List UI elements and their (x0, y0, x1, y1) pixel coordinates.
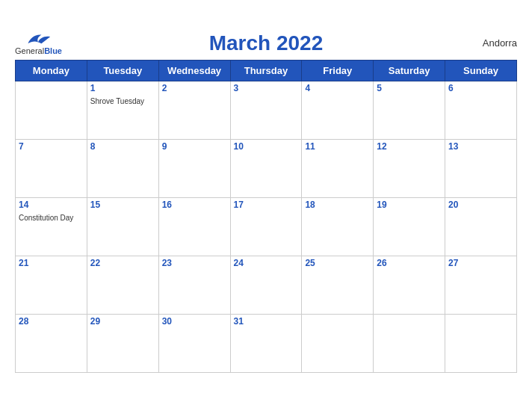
day-cell: 6 (445, 81, 517, 139)
day-cell: 26 (374, 256, 445, 314)
day-number: 15 (90, 200, 155, 210)
day-cell: 9 (158, 139, 230, 197)
day-cell: 20 (445, 197, 517, 256)
day-cell: 27 (445, 256, 517, 314)
day-number: 26 (377, 258, 442, 268)
day-number: 16 (162, 200, 227, 210)
day-cell: 11 (302, 139, 374, 197)
day-number: 13 (448, 141, 513, 152)
day-cell: 5 (374, 81, 445, 139)
day-cell: 14Constitution Day (16, 197, 87, 256)
day-number: 3 (234, 83, 299, 93)
day-cell: 17 (230, 197, 302, 256)
logo: GeneralBlue (15, 31, 62, 55)
day-number: 28 (19, 316, 84, 327)
day-cell: 24 (230, 256, 302, 314)
week-row-1: 1Shrove Tuesday23456 (16, 81, 517, 139)
day-cell (16, 81, 87, 139)
calendar-table: Monday Tuesday Wednesday Thursday Friday… (15, 60, 517, 373)
day-cell: 4 (302, 81, 374, 139)
day-number: 5 (377, 83, 442, 93)
day-number: 12 (377, 141, 442, 152)
day-cell: 29 (87, 314, 158, 372)
col-thursday: Thursday (230, 60, 302, 81)
day-cell: 1Shrove Tuesday (87, 81, 158, 139)
day-cell (445, 314, 517, 372)
day-number: 1 (90, 83, 155, 93)
day-cell: 8 (87, 139, 158, 197)
calendar-header: GeneralBlue March 2022 Andorra (15, 31, 517, 55)
logo-bird-icon (25, 31, 52, 46)
day-event: Constitution Day (19, 214, 73, 222)
day-number: 23 (162, 258, 227, 268)
col-wednesday: Wednesday (158, 60, 230, 81)
day-number: 22 (90, 258, 155, 268)
day-cell: 13 (445, 139, 517, 197)
day-number: 10 (234, 141, 299, 152)
day-cell: 15 (87, 197, 158, 256)
day-number: 20 (448, 200, 513, 210)
col-sunday: Sunday (445, 60, 517, 81)
week-row-2: 78910111213 (16, 139, 517, 197)
day-cell: 18 (302, 197, 374, 256)
day-cell: 7 (16, 139, 87, 197)
day-cell: 12 (374, 139, 445, 197)
day-number: 25 (305, 258, 370, 268)
day-number: 19 (377, 200, 442, 210)
day-number: 29 (90, 316, 155, 327)
day-number: 17 (234, 200, 299, 210)
day-cell: 21 (16, 256, 87, 314)
logo-blue-text: Blue (44, 46, 62, 55)
day-number: 14 (19, 200, 84, 210)
day-cell: 3 (230, 81, 302, 139)
day-number: 21 (19, 258, 84, 268)
day-number: 7 (19, 141, 84, 152)
day-number: 27 (448, 258, 513, 268)
country-label: Andorra (483, 37, 517, 49)
day-cell: 30 (158, 314, 230, 372)
day-cell (302, 314, 374, 372)
day-number: 18 (305, 200, 370, 210)
day-cell: 31 (230, 314, 302, 372)
day-number: 6 (448, 83, 513, 93)
day-cell: 2 (158, 81, 230, 139)
day-event: Shrove Tuesday (90, 97, 144, 105)
day-cell: 22 (87, 256, 158, 314)
day-cell: 16 (158, 197, 230, 256)
day-number: 11 (305, 141, 370, 152)
day-number: 8 (90, 141, 155, 152)
day-number: 2 (162, 83, 227, 93)
week-row-5: 28293031 (16, 314, 517, 372)
day-number: 31 (234, 316, 299, 327)
week-row-4: 21222324252627 (16, 256, 517, 314)
day-cell: 25 (302, 256, 374, 314)
col-tuesday: Tuesday (87, 60, 158, 81)
col-friday: Friday (302, 60, 374, 81)
week-row-3: 14Constitution Day151617181920 (16, 197, 517, 256)
day-number: 24 (234, 258, 299, 268)
day-cell: 10 (230, 139, 302, 197)
day-number: 4 (305, 83, 370, 93)
day-cell (374, 314, 445, 372)
weekday-header-row: Monday Tuesday Wednesday Thursday Friday… (16, 60, 517, 81)
day-cell: 28 (16, 314, 87, 372)
calendar-title: March 2022 (209, 31, 324, 55)
col-monday: Monday (16, 60, 87, 81)
day-cell: 23 (158, 256, 230, 314)
col-saturday: Saturday (374, 60, 445, 81)
calendar-wrapper: GeneralBlue March 2022 Andorra Monday Tu… (0, 24, 532, 388)
day-number: 9 (162, 141, 227, 152)
logo-general-text: General (15, 46, 44, 55)
day-number: 30 (162, 316, 227, 327)
day-cell: 19 (374, 197, 445, 256)
